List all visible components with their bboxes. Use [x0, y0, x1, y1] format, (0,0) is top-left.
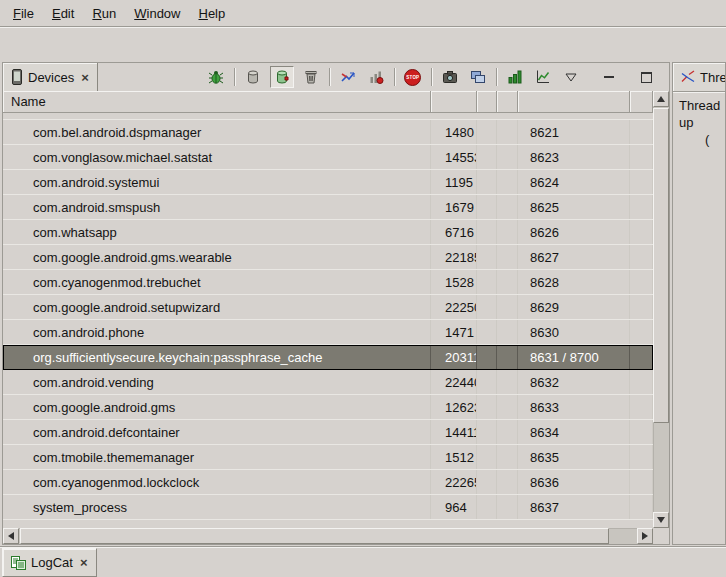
process-pid-cell: 1195 — [431, 170, 477, 194]
table-row[interactable]: com.android.defcontainer 14411 8634 — [3, 420, 653, 445]
table-row[interactable]: com.google.android.setupwizard 22250 862… — [3, 295, 653, 320]
process-name-cell: com.android.phone — [3, 320, 431, 344]
table-row[interactable]: com.vonglasow.michael.satstat 14553 8623 — [3, 145, 653, 170]
ddms-window: File Edit Run Window Help Devices × — [0, 0, 726, 577]
threads-panel: Threads Thread up ( — [672, 62, 726, 545]
threads-message-line1: Thread up — [679, 97, 725, 131]
toolbar-separator — [329, 68, 330, 86]
scroll-right-button[interactable] — [637, 528, 653, 544]
table-row[interactable]: com.google.android.gms 12623 8633 — [3, 395, 653, 420]
dump-hprof-icon[interactable] — [270, 66, 294, 88]
column-header-pid[interactable] — [431, 91, 477, 113]
minimize-icon[interactable] — [598, 67, 620, 87]
empty-cell — [497, 195, 518, 219]
cause-gc-icon[interactable] — [300, 67, 322, 87]
screen-capture-icon[interactable] — [439, 67, 461, 87]
empty-cell — [497, 495, 518, 519]
process-port-cell: 8637 — [518, 495, 630, 519]
tab-devices[interactable]: Devices × — [3, 63, 98, 91]
empty-cell — [477, 195, 497, 219]
filler-cell — [630, 220, 653, 244]
main-toolbar — [0, 28, 726, 61]
column-header-name[interactable]: Name — [3, 91, 431, 113]
empty-cell — [497, 370, 518, 394]
menu-run[interactable]: Run — [83, 3, 125, 24]
process-port-cell: 8636 — [518, 470, 630, 494]
empty-cell — [477, 320, 497, 344]
table-row[interactable]: system_process 964 8637 — [3, 495, 653, 520]
table-header: Name — [3, 91, 653, 113]
toolbar-separator — [394, 68, 395, 86]
table-row[interactable]: com.google.android.gms.wearable 22185 86… — [3, 245, 653, 270]
column-header-3[interactable] — [477, 91, 497, 113]
process-pid-cell: 964 — [431, 495, 477, 519]
empty-cell — [477, 370, 497, 394]
close-icon[interactable]: × — [79, 70, 89, 85]
table-row[interactable]: com.whatsapp 6716 8626 — [3, 220, 653, 245]
vertical-scroll-thumb[interactable] — [653, 108, 669, 423]
debug-process-icon[interactable] — [205, 67, 227, 87]
tab-threads-label: Threads — [700, 70, 725, 85]
menu-file[interactable]: File — [4, 3, 43, 24]
filler-cell — [630, 445, 653, 469]
filler-cell — [630, 495, 653, 519]
start-method-profiling-icon[interactable] — [365, 67, 387, 87]
empty-cell — [497, 145, 518, 169]
heap-columns-icon[interactable] — [504, 67, 526, 87]
table-row[interactable]: com.android.phone 1471 8630 — [3, 320, 653, 345]
process-pid-cell: 1528 — [431, 270, 477, 294]
filler-cell — [630, 320, 653, 344]
update-threads-icon[interactable] — [337, 67, 359, 87]
process-pid-cell: 1512 — [431, 445, 477, 469]
table-row[interactable]: com.cyanogenmod.trebuchet 1528 8628 — [3, 270, 653, 295]
capture-frames-icon[interactable] — [467, 67, 489, 87]
process-port-cell: 8626 — [518, 220, 630, 244]
column-header-port[interactable] — [518, 91, 630, 113]
table-row[interactable]: com.android.vending 22440 8632 — [3, 370, 653, 395]
horizontal-scroll-thumb[interactable] — [20, 528, 609, 544]
threads-message-line2: ( — [705, 131, 725, 148]
scroll-up-button[interactable] — [653, 91, 669, 107]
sysinfo-graph-icon[interactable] — [532, 67, 554, 87]
tab-logcat[interactable]: LogCat × — [2, 548, 97, 577]
process-name-cell: com.bel.android.dspmanager — [3, 120, 431, 144]
horizontal-scrollbar[interactable] — [3, 528, 653, 544]
process-pid-cell: 6716 — [431, 220, 477, 244]
scroll-left-button[interactable] — [3, 528, 19, 544]
close-icon[interactable]: × — [78, 555, 88, 570]
table-row[interactable]: com.bel.android.dspmanager 1480 8621 — [3, 120, 653, 145]
table-row[interactable]: com.android.systemui 1195 8624 — [3, 170, 653, 195]
empty-cell — [497, 270, 518, 294]
scroll-down-button[interactable] — [653, 512, 669, 528]
process-name-cell: com.google.android.setupwizard — [3, 295, 431, 319]
view-menu-icon[interactable] — [560, 67, 582, 87]
process-port-cell: 8635 — [518, 445, 630, 469]
empty-cell — [497, 320, 518, 344]
update-heap-icon[interactable] — [242, 67, 264, 87]
empty-cell — [477, 470, 497, 494]
maximize-icon[interactable] — [636, 67, 658, 87]
process-port-cell: 8629 — [518, 295, 630, 319]
menu-edit[interactable]: Edit — [43, 3, 83, 24]
process-port-cell: 8621 — [518, 120, 630, 144]
table-row[interactable]: com.android.smspush 1679 8625 — [3, 195, 653, 220]
process-port-cell: 8634 — [518, 420, 630, 444]
menu-help[interactable]: Help — [189, 3, 234, 24]
column-header-4[interactable] — [497, 91, 518, 113]
filler-cell — [630, 120, 653, 144]
stop-process-icon[interactable]: STOP — [402, 67, 424, 87]
toolbar-separator — [496, 68, 497, 86]
toolbar-separator — [234, 68, 235, 86]
tab-threads[interactable]: Threads — [673, 63, 725, 91]
empty-cell — [477, 345, 497, 369]
table-row[interactable]: org.sufficientlysecure.keychain:passphra… — [3, 345, 653, 370]
process-name-cell: com.android.systemui — [3, 170, 431, 194]
empty-cell — [497, 420, 518, 444]
table-row[interactable]: com.cyanogenmod.lockclock 22265 8636 — [3, 470, 653, 495]
vertical-scrollbar[interactable] — [653, 91, 669, 528]
process-port-cell: 8632 — [518, 370, 630, 394]
process-port-cell: 8631 / 8700 — [518, 345, 630, 369]
table-row[interactable]: com.tmobile.thememanager 1512 8635 — [3, 445, 653, 470]
process-pid-cell: 14553 — [431, 145, 477, 169]
menu-window[interactable]: Window — [125, 3, 189, 24]
